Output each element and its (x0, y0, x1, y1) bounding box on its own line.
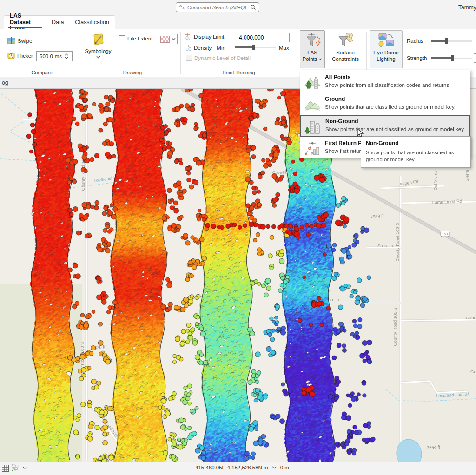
svg-text:+: + (17, 464, 19, 467)
tab-classification[interactable]: Classification (69, 16, 115, 29)
menu-item-desc: Show points that are not classified as g… (325, 126, 465, 132)
radius-label: Radius (407, 38, 423, 44)
density-max-label: Max (279, 45, 289, 51)
point-thinning-group-label: Point Thinning (217, 70, 261, 75)
elevation-display[interactable]: 0 m (280, 465, 289, 470)
surface-constraints-icon (336, 33, 355, 49)
surface-constraints-label2: Constraints (332, 56, 359, 62)
compare-group-label: Compare (21, 70, 63, 75)
chevron-down-icon[interactable] (272, 466, 277, 469)
display-limit-control: Display Limit (184, 33, 224, 40)
tooltip-body: Show points that are not classified as g… (366, 149, 463, 163)
tab-las-dataset-layer[interactable]: LAS Dataset Layer (4, 16, 46, 29)
surface-constraints-label1: Surface (336, 49, 355, 56)
search-icon[interactable] (250, 4, 256, 10)
strength-label: Strength (407, 55, 427, 61)
tab-data[interactable]: Data (46, 16, 69, 29)
las-points-button[interactable]: LAS Points (300, 30, 325, 68)
edl-label2: Lighting (377, 56, 395, 62)
color-swatch (160, 36, 170, 43)
density-control: Density Min (184, 44, 225, 51)
menu-item-non-ground[interactable]: Non-Ground Show points that are not clas… (300, 115, 470, 137)
spin-down-icon[interactable] (65, 57, 68, 59)
chevron-down-icon (96, 56, 100, 59)
eye-dome-lighting-button[interactable]: Eye-Dome Lighting (370, 30, 403, 68)
radius-slider[interactable] (431, 38, 472, 44)
density-label: Density (194, 45, 212, 51)
las-points-icon (303, 33, 322, 49)
symbology-icon (91, 33, 105, 48)
strength-input[interactable] (474, 53, 476, 63)
menu-item-desc: Show points from all classification code… (325, 82, 450, 88)
file-extent-color-dropdown[interactable] (159, 34, 178, 44)
flicker-clock-icon (7, 52, 15, 59)
selection-tool-icon[interactable]: + (12, 464, 20, 472)
flicker-interval-spinner[interactable]: 500.0 ms (36, 51, 73, 61)
title-bar: Command Search (Alt+Q) Tammy (0, 0, 476, 14)
user-name[interactable]: Tammy (458, 4, 476, 11)
surface-constraints-button[interactable]: Surface Constraints (328, 30, 363, 68)
swipe-button[interactable]: Swipe (7, 37, 32, 44)
chevron-down-icon[interactable] (23, 467, 27, 469)
sparkle-icon (179, 4, 185, 10)
ribbon-tabs: LAS Dataset Layer Data Classification (4, 15, 115, 29)
eye-dome-lighting-icon (377, 33, 396, 49)
ground-icon (304, 96, 321, 113)
display-limit-label: Display Limit (194, 34, 224, 40)
las-points-label1: LAS (307, 49, 317, 56)
command-search-placeholder: Command Search (Alt+Q) (187, 5, 248, 10)
dynamic-lod-label: Dynamic Level of Detail (194, 55, 251, 61)
density-slider[interactable] (235, 44, 276, 51)
las-points-label2: Points (303, 56, 317, 62)
radius-input[interactable] (474, 36, 476, 45)
flicker-value: 500.0 (40, 53, 53, 59)
tooltip-title: Non-Ground (366, 140, 466, 146)
chevron-down-icon (172, 38, 176, 40)
coordinates-display[interactable]: 415,460.05E 4,152,526.58N m (195, 465, 268, 470)
swipe-label: Swipe (18, 38, 32, 44)
non-ground-icon (304, 119, 321, 135)
table-grid-icon[interactable] (2, 465, 9, 472)
menu-item-title: All Points (325, 74, 350, 80)
dynamic-lod-box (186, 55, 192, 61)
command-search-input[interactable]: Command Search (Alt+Q) (176, 2, 259, 12)
chevron-down-icon (318, 58, 322, 60)
view-tab-label[interactable]: og (2, 79, 8, 86)
symbology-label: Symbology (85, 48, 112, 54)
flicker-label: Flicker (17, 53, 33, 59)
swipe-icon (7, 37, 15, 44)
first-return-points-icon (304, 140, 321, 157)
flicker-unit: ms (55, 53, 62, 59)
spin-up-icon[interactable] (65, 53, 68, 56)
file-extent-label: File Extent (127, 36, 152, 41)
display-limit-input[interactable] (235, 33, 290, 42)
edl-label1: Eye-Dome (373, 49, 398, 56)
file-extent-checkbox[interactable]: File Extent (119, 35, 152, 41)
display-limit-icon (184, 33, 192, 40)
menu-item-title: Ground (325, 96, 345, 102)
flicker-spin-arrows[interactable] (65, 53, 68, 59)
menu-item-title: Non-Ground (325, 118, 358, 125)
density-icon (184, 44, 192, 51)
flicker-button[interactable]: Flicker (7, 52, 33, 59)
strength-slider[interactable] (431, 55, 472, 61)
non-ground-tooltip: Non-Ground Show points that are not clas… (361, 136, 471, 168)
mouse-cursor (357, 128, 364, 139)
all-points-icon (304, 74, 321, 91)
menu-item-desc: Show points that are classified as groun… (325, 104, 456, 110)
dynamic-lod-checkbox: Dynamic Level of Detail (186, 55, 251, 61)
menu-item-all-points[interactable]: All Points Show points from all classifi… (300, 72, 470, 93)
density-min-label: Min (217, 45, 225, 51)
menu-item-ground[interactable]: Ground Show points that are classified a… (300, 93, 470, 115)
status-bar: + 415,460.05E 4,152,526.58N m 0 m (0, 462, 476, 475)
ribbon-tab-row: LAS Dataset Layer Data Classification (0, 14, 476, 29)
file-extent-box[interactable] (119, 35, 125, 41)
symbology-button[interactable]: Symbology (84, 31, 112, 71)
drawing-group-label: Drawing (112, 70, 153, 75)
